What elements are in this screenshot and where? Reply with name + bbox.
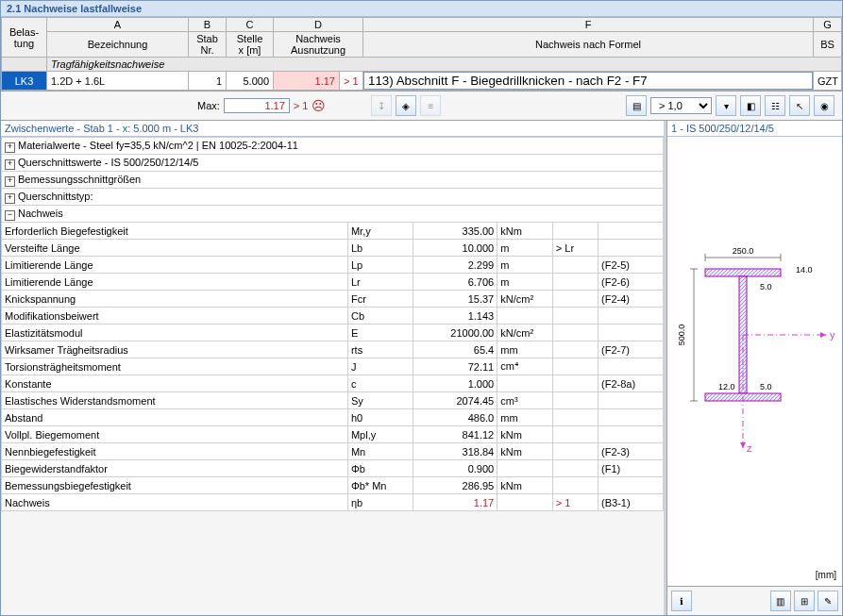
- section-graphic[interactable]: 250.0 500.0 14.0 5.0 5.0 12.0: [667, 137, 842, 586]
- tool-button[interactable]: ≡: [420, 95, 441, 116]
- extended-button[interactable]: ✎: [818, 591, 838, 611]
- detail-row[interactable]: Erforderlich BiegefestigkeitMr,y335.00kN…: [2, 223, 664, 240]
- tree-header-row[interactable]: −Nachweis: [2, 206, 664, 223]
- expander-icon[interactable]: +: [5, 142, 15, 153]
- tree-header-row[interactable]: +Bemessungsschnittgrößen: [2, 172, 664, 189]
- svg-marker-20: [740, 442, 746, 448]
- details-pane: Zwischenwerte - Stab 1 - x: 5.000 m - LK…: [1, 121, 666, 615]
- svg-text:250.0: 250.0: [733, 246, 754, 256]
- section-toolbar: ℹ ▥ ⊞ ✎: [667, 586, 842, 615]
- detail-row[interactable]: Versteifte LängeLb10.000m> Lr: [2, 240, 664, 257]
- detail-row[interactable]: ModifikationsbeiwertCb1.143: [2, 308, 664, 325]
- info-icon[interactable]: ℹ: [671, 591, 692, 611]
- grid-toolbar: Max: 1.17 > 1 ☹ ↧ ◈ ≡ ▤ > 1,0 ▾ ◧ ☷ ↖ ◉: [1, 92, 842, 121]
- col-header[interactable]: NachweisAusnutzung: [274, 32, 363, 58]
- col-header[interactable]: StabNr.: [189, 32, 227, 58]
- svg-text:5.0: 5.0: [760, 382, 772, 391]
- detail-row[interactable]: Elastisches WiderstandsmomentSy2074.45cm…: [2, 392, 664, 409]
- export-excel-button[interactable]: ☷: [765, 95, 785, 116]
- group-row[interactable]: Tragfähigkeitsnachweise: [2, 58, 842, 72]
- col-letter[interactable]: G: [814, 18, 842, 32]
- col-letter[interactable]: A: [47, 18, 189, 32]
- section-values-button[interactable]: ▥: [770, 591, 791, 611]
- col-header[interactable]: Stellex [m]: [227, 32, 274, 58]
- svg-text:y: y: [830, 329, 835, 341]
- detail-row[interactable]: BemessungsbiegefestigkeitΦb* Mn286.95kNm: [2, 477, 664, 494]
- results-grid: Belas-tung A B C D F G Bezeichnung StabN…: [1, 17, 842, 92]
- ratio-filter-dropdown[interactable]: > 1,0: [650, 97, 712, 114]
- detail-row[interactable]: Wirksamer Trägheitsradiusrts65.4mm(F2-7): [2, 341, 664, 358]
- svg-rect-1: [705, 269, 781, 276]
- row-loadcase[interactable]: LK3: [2, 72, 47, 91]
- colors-button[interactable]: ◧: [740, 95, 761, 116]
- cell-util[interactable]: 1.17: [274, 72, 340, 91]
- tree-header-row[interactable]: +Materialwerte - Steel fy=35,5 kN/cm^2 |…: [2, 138, 664, 155]
- detail-row[interactable]: KnickspannungFcr15.37kN/cm²(F2-4): [2, 291, 664, 308]
- max-label: Max:: [197, 100, 220, 111]
- detail-row[interactable]: NennbiegefestigkeitMn318.84kNm(F2-3): [2, 443, 664, 460]
- col-header[interactable]: BS: [814, 32, 842, 58]
- expander-icon[interactable]: +: [5, 193, 15, 204]
- detail-row[interactable]: Limitierende LängeLp2.299m(F2-5): [2, 257, 664, 274]
- window-title: 2.1 Nachweise lastfallweise: [1, 1, 842, 17]
- detail-row[interactable]: ElastizitätsmodulE21000.00kN/cm²: [2, 325, 664, 341]
- goto-graphic-button[interactable]: ◈: [396, 95, 416, 116]
- app-window: 2.1 Nachweise lastfallweise Belas-tung A…: [0, 0, 843, 616]
- detail-row[interactable]: Abstandh0486.0mm: [2, 409, 664, 426]
- detail-row[interactable]: Nachweisηb1.17> 1(B3-1): [2, 494, 664, 511]
- details-title: Zwischenwerte - Stab 1 - x: 5.000 m - LK…: [1, 121, 664, 137]
- unit-label: [mm]: [816, 570, 836, 580]
- detail-row[interactable]: BiegewiderstandfaktorΦb0.900(F1): [2, 460, 664, 477]
- svg-text:z: z: [747, 442, 752, 454]
- svg-text:500.0: 500.0: [677, 325, 686, 346]
- filter-results-button[interactable]: ▤: [626, 95, 647, 116]
- funnel-icon[interactable]: ▾: [716, 95, 736, 116]
- cell-bs[interactable]: GZT: [814, 72, 842, 91]
- jump-start-button[interactable]: ↧: [371, 95, 392, 116]
- cell-x[interactable]: 5.000: [227, 72, 274, 91]
- col-letter[interactable]: F: [363, 18, 814, 32]
- rowheader-label: Belas-tung: [2, 18, 47, 58]
- section-pane: 1 - IS 500/250/12/14/5: [666, 121, 842, 615]
- cell-flag[interactable]: > 1: [340, 72, 363, 91]
- tree-header-row[interactable]: +Querschnittstyp:: [2, 189, 664, 206]
- max-flag: > 1: [294, 100, 309, 111]
- tree-header-row[interactable]: +Querschnittswerte - IS 500/250/12/14/5: [2, 155, 664, 172]
- detail-row[interactable]: Vollpl. BiegemomentMpl,y841.12kNm: [2, 426, 664, 443]
- detail-row[interactable]: TorsionsträgheitsmomentJ72.11cm⁴: [2, 358, 664, 375]
- detail-row[interactable]: Konstantec1.000(F2-8a): [2, 375, 664, 392]
- table-row[interactable]: LK3 1.2D + 1.6L 1 5.000 1.17 > 1 GZT: [2, 72, 842, 91]
- warning-icon: ☹: [312, 98, 326, 113]
- col-header[interactable]: Bezeichnung: [47, 32, 189, 58]
- max-value: 1.17: [224, 98, 290, 113]
- expander-icon[interactable]: +: [5, 176, 15, 187]
- view-button[interactable]: ◉: [814, 95, 835, 116]
- stress-points-button[interactable]: ⊞: [794, 591, 815, 611]
- col-header[interactable]: Nachweis nach Formel: [363, 32, 814, 58]
- cell-stab[interactable]: 1: [189, 72, 227, 91]
- details-tree[interactable]: +Materialwerte - Steel fy=35,5 kN/cm^2 |…: [1, 137, 664, 615]
- col-letter[interactable]: D: [274, 18, 363, 32]
- expander-icon[interactable]: −: [5, 210, 15, 221]
- col-letter[interactable]: B: [189, 18, 227, 32]
- svg-text:14.0: 14.0: [796, 265, 813, 275]
- svg-text:5.0: 5.0: [760, 282, 772, 291]
- expander-icon[interactable]: +: [5, 159, 15, 170]
- pick-button[interactable]: ↖: [789, 95, 810, 116]
- col-letter[interactable]: C: [227, 18, 274, 32]
- svg-text:12.0: 12.0: [718, 382, 735, 391]
- detail-row[interactable]: Limitierende LängeLr6.706m(F2-6): [2, 274, 664, 291]
- formula-input[interactable]: [363, 72, 813, 90]
- cell-name[interactable]: 1.2D + 1.6L: [47, 72, 189, 91]
- svg-marker-17: [820, 332, 826, 338]
- section-title: 1 - IS 500/250/12/14/5: [667, 121, 842, 137]
